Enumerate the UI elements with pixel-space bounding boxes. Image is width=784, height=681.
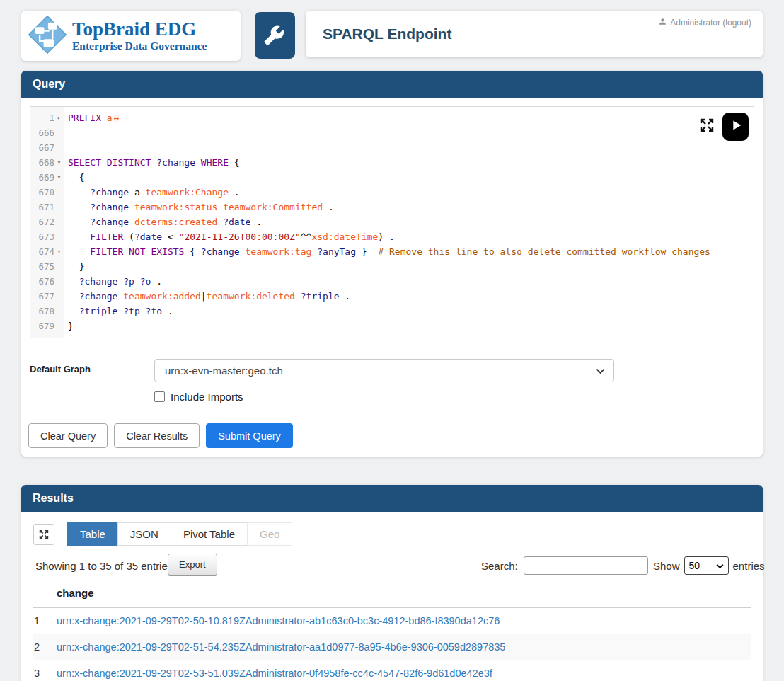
code-token: ?date (134, 231, 162, 242)
code-token: . (162, 306, 173, 316)
code-text: { (64, 170, 84, 185)
table-row: 2urn:x-change:2021-09-29T02-51-54.235ZAd… (33, 634, 751, 660)
code-line: 671 ?change teamwork:status teamwork:Com… (30, 200, 754, 214)
submit-query-button[interactable]: Submit Query (206, 423, 293, 448)
line-gutter: 679 (30, 319, 64, 333)
logo-subtitle: Enterprise Data Governance (72, 40, 207, 52)
code-line: 673 FILTER (?date < "2021-11-26T00:00:00… (30, 229, 754, 244)
app-logo[interactable]: TopBraid EDG Enterprise Data Governance (21, 11, 241, 61)
code-text: ?change dcterms:created ?date . (64, 214, 262, 229)
wrench-icon (263, 22, 287, 49)
fold-toggle-icon[interactable]: ▸ (54, 110, 64, 125)
code-token (68, 217, 90, 227)
results-tabs: TableJSONPivot TableGeo (33, 522, 292, 546)
code-token (195, 157, 201, 168)
show-label: Show (653, 560, 680, 572)
tab-json[interactable]: JSON (117, 522, 171, 546)
code-line: 672 ?change dcterms:created ?date . (30, 214, 754, 229)
line-number: 674 (38, 244, 54, 259)
editor-fullscreen-button[interactable] (698, 117, 715, 134)
tab-table[interactable]: Table (67, 522, 118, 546)
code-token: teamwork:deleted (207, 291, 295, 302)
clear-results-button[interactable]: Clear Results (114, 423, 200, 448)
code-token (217, 202, 223, 212)
search-label: Search: (481, 560, 518, 572)
export-button[interactable]: Export (168, 554, 217, 576)
fold-toggle-icon[interactable]: ▾ (54, 170, 64, 185)
code-token: ?change (201, 246, 240, 257)
code-text: PREFIX a↔ (64, 110, 120, 125)
result-link[interactable]: urn:x-change:2021-09-29T02-53-51.039ZAdm… (57, 668, 492, 679)
default-graph-select[interactable]: urn:x-evn-master:geo.tch (154, 359, 614, 382)
fold-toggle-icon[interactable]: ▾ (54, 155, 64, 170)
line-number: 667 (38, 140, 54, 155)
line-gutter: 677 (30, 289, 64, 304)
line-gutter: 675 (30, 259, 64, 274)
code-token: . (340, 291, 351, 302)
code-text: } (64, 319, 74, 333)
user-logout-link[interactable]: Administrator (logout) (658, 17, 751, 28)
line-number: 670 (38, 185, 54, 200)
sparql-query-editor[interactable]: 1▸PREFIX a↔666667668▾SELECT DISTINCT ?ch… (30, 106, 754, 338)
code-token: . (229, 187, 240, 198)
code-line: 668▾SELECT DISTINCT ?change WHERE { (30, 155, 754, 170)
result-link[interactable]: urn:x-change:2021-09-29T02-51-54.235ZAdm… (57, 641, 505, 653)
line-number: 677 (38, 289, 54, 304)
code-token (295, 291, 301, 302)
query-panel: Query 1▸PREFIX a↔666667668▾SELECT DISTIN… (21, 71, 763, 457)
code-token: { (229, 157, 240, 168)
line-gutter: 671 (30, 200, 64, 214)
line-gutter: 668▾ (30, 155, 64, 170)
page-size-select[interactable]: 50 (684, 556, 729, 575)
code-token: ^^ (301, 231, 312, 242)
column-header-change[interactable]: change (57, 587, 94, 599)
clear-query-button[interactable]: Clear Query (28, 423, 108, 448)
code-token (140, 306, 146, 316)
line-gutter: 673 (30, 229, 64, 244)
code-token: ?triple (301, 291, 340, 302)
table-header-row[interactable]: change (33, 584, 751, 608)
code-line: 675 } (30, 259, 754, 274)
code-token: ?change (79, 291, 118, 302)
code-line: 670 ?change a teamwork:Change . (30, 185, 754, 200)
code-text (64, 140, 68, 155)
code-text: ?change a teamwork:Change . (64, 185, 240, 200)
page-title: SPARQL Endpoint (323, 25, 451, 42)
code-token (68, 246, 90, 257)
code-token: dcterms:created (134, 217, 217, 227)
code-text: } (64, 259, 84, 274)
logo-text: TopBraid EDG Enterprise Data Governance (72, 19, 207, 52)
line-number: 671 (38, 200, 54, 214)
code-token (217, 217, 223, 227)
run-query-button[interactable] (722, 113, 749, 141)
code-token (68, 231, 90, 242)
code-token: a (107, 113, 113, 123)
code-token: ?change (90, 187, 129, 198)
code-text: SELECT DISTINCT ?change WHERE { (64, 155, 240, 170)
code-token: teamwork:tag (245, 246, 311, 257)
line-gutter: 676 (30, 274, 64, 289)
code-token: xsd:dateTime (311, 231, 378, 242)
sparql-endpoint-page: { "colors": { "panel_header": "#1f4f7b",… (0, 0, 784, 681)
code-token (68, 202, 90, 212)
include-imports-checkbox[interactable] (154, 391, 165, 402)
code-text: ?triple ?tp ?to . (64, 304, 173, 319)
line-number: 678 (38, 304, 54, 319)
code-token: } (68, 261, 84, 272)
search-input[interactable] (524, 556, 648, 575)
code-text: ?change teamwork:status teamwork:Committ… (64, 200, 334, 214)
collapsed-code-widget[interactable]: ↔ (113, 113, 121, 123)
fold-toggle-icon[interactable]: ▾ (54, 244, 64, 259)
chevron-down-icon (596, 365, 605, 377)
result-link[interactable]: urn:x-change:2021-09-29T02-50-10.819ZAdm… (57, 615, 500, 626)
code-line: 1▸PREFIX a↔ (30, 110, 754, 125)
code-token: ?change (156, 157, 195, 168)
query-panel-header: Query (21, 71, 763, 98)
code-line: 669▾ { (30, 170, 754, 185)
tools-menu-button[interactable] (255, 12, 295, 59)
line-gutter: 669▾ (30, 170, 64, 185)
tab-geo: Geo (247, 522, 292, 546)
tab-pivot-table[interactable]: Pivot Table (171, 522, 248, 546)
code-line: 674▾ FILTER NOT EXISTS { ?change teamwor… (30, 244, 754, 259)
results-fullscreen-button[interactable] (33, 524, 54, 545)
